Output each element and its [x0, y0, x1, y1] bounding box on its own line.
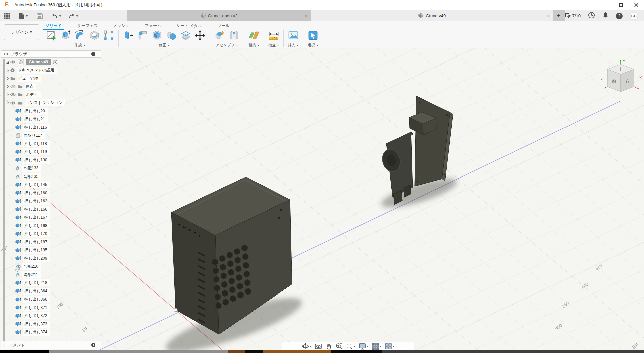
document-tab-inactive[interactable]: Gtune_open v2 × [127, 10, 311, 21]
feature-item-2[interactable]: 押し出し21 [15, 115, 65, 124]
feature-item-15[interactable]: 押し出し168 [15, 222, 65, 230]
feature-item-10[interactable]: 押し出し145 [15, 181, 65, 189]
expand-icon[interactable] [5, 68, 10, 72]
version-badge[interactable]: 7/10 [565, 13, 581, 19]
collapse-panel-icon[interactable] [3, 52, 8, 56]
feature-item-12[interactable]: 押し出し162 [15, 197, 65, 206]
extrude-icon[interactable] [59, 29, 72, 42]
new-tab-button[interactable]: + [553, 10, 565, 21]
maximize-button[interactable] [613, 0, 629, 10]
group-label[interactable]: 検査 [268, 43, 279, 48]
feature-item-8[interactable]: 勾配133 [15, 164, 65, 173]
feature-item-9[interactable]: 勾配135 [15, 172, 65, 181]
look-at-icon[interactable] [315, 343, 322, 350]
feature-item-28[interactable]: 押し出し374 [15, 328, 65, 337]
feature-item-3[interactable]: 押し出し116 [15, 123, 65, 132]
help-icon[interactable]: ? [616, 13, 623, 19]
construction-plane-icon[interactable] [248, 29, 260, 42]
zoom-icon[interactable] [335, 343, 343, 350]
viewport-canvas[interactable]: 25020010050450400350300250 上 前 右 Y X Z [0, 48, 644, 350]
comment-bar[interactable]: コメント [1, 341, 101, 349]
group-label[interactable]: 修正 [159, 43, 170, 48]
viewcube[interactable]: 上 前 右 Y X Z [600, 58, 644, 96]
feature-item-21[interactable]: 勾配211 [15, 271, 65, 279]
save-icon[interactable] [36, 12, 44, 20]
file-menu-icon[interactable] [17, 12, 29, 20]
app-grid-icon[interactable] [3, 12, 11, 20]
feature-item-11[interactable]: 押し出し160 [15, 189, 65, 197]
display-settings-icon[interactable] [359, 343, 369, 350]
expand-icon[interactable] [5, 60, 10, 64]
create-sketch-icon[interactable] [45, 29, 57, 42]
feature-item-14[interactable]: 押し出し167 [15, 214, 65, 222]
group-label[interactable]: アセンブリ [216, 43, 238, 48]
expand-icon[interactable] [5, 101, 10, 105]
feature-item-6[interactable]: 押し出し119 [15, 148, 65, 156]
add-comment-icon[interactable] [91, 343, 96, 347]
expand-icon[interactable] [5, 77, 10, 80]
feature-item-26[interactable]: 押し出し372 [15, 312, 65, 320]
job-status-icon[interactable] [588, 12, 595, 20]
panel-drag-handle[interactable] [98, 52, 99, 56]
group-label[interactable]: 選択 [308, 43, 318, 48]
minimize-button[interactable] [598, 0, 613, 10]
expand-icon[interactable] [5, 85, 10, 88]
feature-item-4[interactable]: 面取り117 [15, 132, 65, 140]
ribbon-tab-5[interactable]: シート メタル [174, 22, 204, 29]
feature-item-5[interactable]: 押し出し118 [15, 140, 65, 148]
revolve-icon[interactable] [73, 29, 86, 42]
feature-item-17[interactable]: 押し出し187 [15, 238, 65, 246]
browser-scrollbar[interactable] [3, 59, 5, 348]
ribbon-tab-2[interactable]: サーフェス [75, 22, 100, 29]
ribbon-tab-4[interactable]: フォーム [143, 22, 163, 29]
browser-header[interactable]: ブラウザ [1, 50, 101, 58]
feature-item-16[interactable]: 押し出し170 [15, 230, 65, 238]
user-avatar[interactable]: GC [630, 12, 638, 20]
feature-item-13[interactable]: 押し出し166 [15, 205, 65, 214]
tab-close-icon[interactable]: × [547, 13, 550, 19]
group-label[interactable]: 作成 [74, 43, 85, 48]
scene-3d[interactable] [0, 48, 644, 350]
orbit-icon[interactable] [302, 343, 312, 350]
expand-icon[interactable] [5, 93, 10, 97]
browser-folder-3[interactable]: 原点 [5, 83, 65, 91]
grid-settings-icon[interactable] [372, 343, 382, 350]
insert-icon[interactable] [287, 29, 300, 42]
browser-folder-1[interactable]: ドキュメントの設定 [5, 66, 65, 75]
undo-icon[interactable] [50, 12, 63, 20]
combine-icon[interactable] [165, 29, 178, 42]
group-label[interactable]: 構築 [249, 43, 259, 48]
new-component-icon[interactable] [213, 29, 226, 42]
browser-folder-2[interactable]: ビュー管理 [5, 74, 65, 83]
feature-item-25[interactable]: 押し出し371 [15, 304, 65, 312]
ribbon-tab-3[interactable]: メッシュ [111, 22, 131, 29]
ribbon-tab-1[interactable]: ソリッド [43, 22, 64, 29]
document-tab-active[interactable]: Gtune v49 × [311, 10, 553, 21]
select-icon[interactable] [307, 29, 319, 42]
feature-item-24[interactable]: 押し出し366 [15, 296, 65, 304]
activate-component-radio[interactable] [53, 60, 58, 65]
notifications-bell-icon[interactable] [602, 12, 609, 20]
pattern-icon[interactable] [102, 29, 115, 42]
tab-close-icon[interactable]: × [305, 13, 308, 19]
feature-item-23[interactable]: 押し出し364 [15, 287, 65, 296]
feature-item-18[interactable]: 押し出し195 [15, 246, 65, 255]
browser-folder-4[interactable]: ボディ [5, 91, 65, 99]
press-pull-icon[interactable] [122, 29, 135, 42]
feature-item-1[interactable]: 押し出し20 [15, 107, 65, 115]
group-label[interactable]: 挿入 [288, 43, 299, 48]
feature-item-7[interactable]: 押し出し130 [15, 156, 65, 164]
shell-icon[interactable] [151, 29, 163, 42]
close-button[interactable] [629, 0, 644, 10]
joint-icon[interactable] [228, 29, 240, 42]
fillet-icon[interactable] [136, 29, 149, 42]
feature-item-20[interactable]: 勾配210 [15, 263, 65, 271]
hole-icon[interactable] [88, 29, 101, 42]
replace-face-icon[interactable] [179, 29, 192, 42]
browser-root-item[interactable]: Gtune v49 [5, 58, 65, 66]
measure-icon[interactable] [267, 29, 280, 42]
fit-icon[interactable] [346, 343, 356, 350]
workspace-selector[interactable]: デザイン [4, 24, 39, 40]
viewports-icon[interactable] [385, 343, 395, 350]
panel-drag-handle[interactable] [98, 343, 99, 347]
